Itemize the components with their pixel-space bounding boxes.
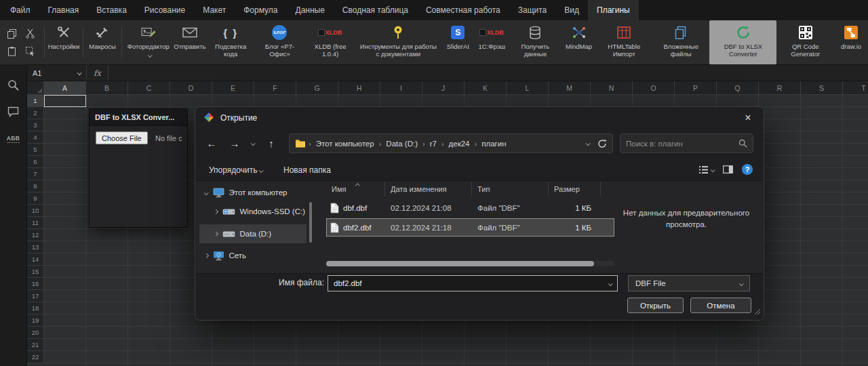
row-header-17[interactable]: 17 [27,290,44,302]
row-header-19[interactable]: 19 [27,314,44,327]
menu-tab-12[interactable]: Плагины [588,0,639,20]
column-header-C[interactable]: C [128,81,170,95]
file-row-2[interactable]: dbf2.dbf02.12.2024 21:18Файл "DBF"1 КБ [326,218,614,237]
tree-item-4[interactable]: Сеть [199,246,307,265]
chevron-right-icon[interactable] [214,232,218,236]
row-header-2[interactable]: 2 [27,107,44,119]
cell-name-box[interactable]: A1 [27,65,87,81]
cancel-button[interactable]: Отмена [690,298,751,313]
row-header-4[interactable]: 4 [27,131,44,144]
column-header-Q[interactable]: Q [717,81,759,95]
tree-item-1[interactable]: Этот компьютер [199,183,307,202]
chevron-down-icon[interactable] [77,70,81,75]
copy-icon[interactable] [5,27,19,41]
row-header-10[interactable]: 10 [27,205,44,217]
forward-button[interactable]: → [225,134,244,152]
menu-tab-1[interactable]: Файл [1,0,39,20]
ribbon-plugin-5[interactable]: { }Подсветка кода [207,20,254,64]
menu-tab-7[interactable]: Данные [287,0,334,20]
breadcrumb-item-5[interactable]: плагин [478,140,509,148]
formula-input[interactable] [108,65,868,81]
column-header-J[interactable]: J [422,81,465,95]
row-header-13[interactable]: 13 [27,241,44,253]
row-header-11[interactable]: 11 [27,217,44,229]
up-button[interactable]: ↑ [262,134,281,152]
file-list-column-1[interactable]: Имя [326,182,385,197]
menu-tab-5[interactable]: Макет [194,0,235,20]
menu-tab-6[interactable]: Формула [235,0,286,20]
column-header-F[interactable]: F [254,81,296,95]
column-header-R[interactable]: R [759,81,801,95]
column-header-D[interactable]: D [170,81,212,95]
ribbon-plugin-11[interactable]: Получить данные [509,20,561,64]
column-header-G[interactable]: G [296,81,338,95]
column-header-E[interactable]: E [212,81,254,95]
row-header-1[interactable]: 1 [27,95,44,107]
ribbon-plugin-17[interactable]: draw.io [834,20,868,64]
row-header-18[interactable]: 18 [27,302,44,314]
menu-tab-8[interactable]: Сводная таблица [334,0,417,20]
ribbon-plugin-10[interactable]: XLDB1С:Фрэш [475,20,509,64]
ribbon-plugin-15[interactable]: DBF to XLSX Converter [709,20,776,64]
close-icon[interactable]: × [732,107,764,129]
ribbon-plugin-1[interactable]: Настройки [47,20,81,64]
ribbon-plugin-3[interactable]: Фоторедактор [124,20,173,64]
row-header-6[interactable]: 6 [27,156,44,168]
menu-tab-4[interactable]: Рисование [136,0,194,20]
column-header-A[interactable]: A [44,81,86,95]
select-icon[interactable] [24,44,37,58]
column-header-T[interactable]: T [843,81,868,95]
file-list-column-2[interactable]: Дата изменения [385,182,472,197]
breadcrumb-item-2[interactable]: Data (D:) [382,140,421,148]
row-header-5[interactable]: 5 [27,144,44,156]
row-header-7[interactable]: 7 [27,168,44,180]
menu-tab-3[interactable]: Вставка [87,0,136,20]
comments-icon[interactable] [7,105,20,119]
tree-item-3[interactable]: Data (D:) [199,224,307,243]
row-header-22[interactable]: 22 [27,351,44,363]
column-header-K[interactable]: K [465,81,507,95]
column-header-N[interactable]: N [591,81,633,95]
search-input[interactable] [626,140,734,148]
column-header-O[interactable]: O [633,81,675,95]
choose-file-button[interactable]: Choose File [96,131,148,144]
select-all-corner[interactable] [27,81,44,95]
spellcheck-icon[interactable]: АБВ [7,132,20,146]
ribbon-plugin-16[interactable]: QR Code Generator [776,20,834,64]
column-header-H[interactable]: H [338,81,380,95]
row-header-20[interactable]: 20 [27,327,44,339]
ribbon-plugin-13[interactable]: HTMLTable Импорт [596,20,652,64]
selected-cell-a1[interactable] [44,95,86,107]
organize-button[interactable]: Упорядочить [209,165,263,175]
menu-tab-2[interactable]: Главная [39,0,88,20]
ribbon-plugin-8[interactable]: Инструменты для работы с документами [355,20,441,64]
ribbon-plugin-9[interactable]: SSliderAI [441,20,475,64]
row-header-15[interactable]: 15 [27,266,44,278]
ribbon-plugin-7[interactable]: XLDBXLDB (free 1.0.4) [305,20,356,64]
column-header-P[interactable]: P [675,81,717,95]
new-folder-button[interactable]: Новая папка [283,165,331,175]
recent-locations-chevron[interactable] [247,134,259,152]
breadcrumb-item-3[interactable]: r7 [427,140,440,148]
filename-history-chevron[interactable] [608,281,612,285]
ribbon-plugin-12[interactable]: MindMap [562,20,596,64]
address-dropdown-chevron[interactable] [586,141,590,145]
row-header-3[interactable]: 3 [27,119,44,131]
address-bar[interactable]: ›Этот компьютер›Data (D:)›r7›дек24›плаги… [289,134,613,153]
row-header-14[interactable]: 14 [27,253,44,266]
open-button[interactable]: Открыть [627,298,684,313]
ribbon-plugin-4[interactable]: Отправить [173,20,207,64]
chevron-right-icon[interactable] [214,209,218,214]
menu-tab-10[interactable]: Защита [509,0,556,20]
column-header-B[interactable]: B [86,81,128,95]
ribbon-plugin-2[interactable]: Макросы [85,20,119,64]
row-header-12[interactable]: 12 [27,229,44,241]
column-header-S[interactable]: S [801,81,843,95]
chevron-down-icon[interactable] [204,190,208,195]
column-header-L[interactable]: L [507,81,549,95]
filename-input[interactable] [334,279,606,287]
file-list-column-3[interactable]: Тип [472,182,549,197]
insert-function-button[interactable]: fx [87,65,108,81]
cut-icon[interactable] [24,27,37,41]
ribbon-plugin-14[interactable]: Вложенные файлы [652,20,709,64]
